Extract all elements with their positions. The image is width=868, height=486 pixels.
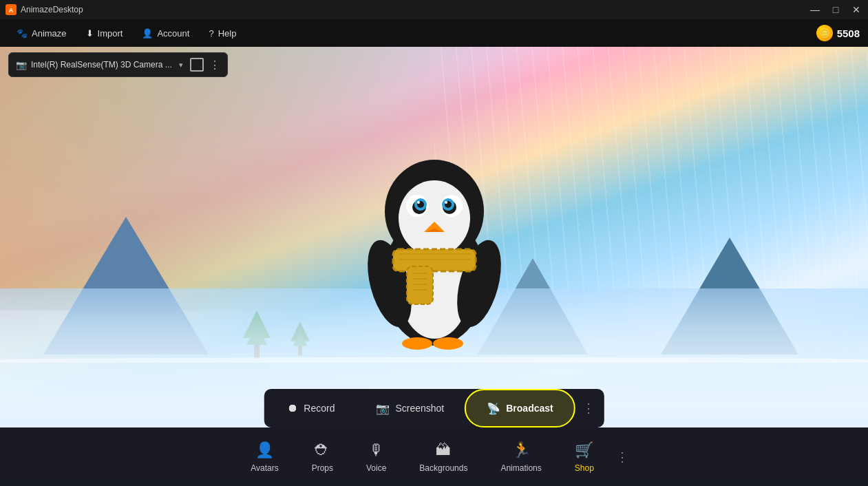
- props-label: Props: [312, 463, 333, 473]
- record-button[interactable]: ⏺ Record: [266, 389, 355, 427]
- toolbar-item-animations[interactable]: 🏃 Animations: [484, 434, 558, 480]
- camera-label: Intel(R) RealSense(TM) 3D Camera ...: [31, 60, 172, 70]
- voice-label: Voice: [366, 463, 386, 473]
- coin-icon: 🪙: [816, 25, 833, 41]
- account-icon: 👤: [142, 28, 153, 39]
- bottom-toolbar: 👤 Avatars ⛑ Props 🎙 Voice 🏔 Backgrounds …: [0, 427, 868, 486]
- toolbar-item-backgrounds[interactable]: 🏔 Backgrounds: [403, 434, 484, 480]
- record-label: Record: [304, 403, 335, 414]
- animaze-icon: 🐾: [17, 28, 28, 39]
- broadcast-button[interactable]: 📡 Broadcast: [465, 389, 575, 427]
- close-button[interactable]: ✕: [850, 3, 862, 16]
- window-controls: — □ ✕: [809, 3, 862, 16]
- menu-item-import[interactable]: ⬇ Import: [78, 24, 131, 43]
- broadcast-icon: 📡: [487, 402, 500, 415]
- record-icon: ⏺: [287, 402, 298, 414]
- menu-item-animaze[interactable]: 🐾 Animaze: [8, 24, 75, 43]
- svg-point-5: [399, 180, 470, 256]
- title-bar: A AnimazeDesktop — □ ✕: [0, 0, 868, 19]
- avatars-icon: 👤: [255, 441, 274, 459]
- screenshot-button[interactable]: 📷 Screenshot: [355, 389, 465, 427]
- minimize-button[interactable]: —: [809, 3, 821, 16]
- camera-more-button[interactable]: ⋮: [209, 59, 220, 72]
- toolbar-more-button[interactable]: ⋮: [611, 444, 634, 470]
- backgrounds-label: Backgrounds: [419, 463, 467, 473]
- svg-point-30: [402, 337, 432, 350]
- action-more-button[interactable]: ⋮: [575, 401, 602, 416]
- penguin-character: [359, 142, 510, 363]
- help-icon: ?: [209, 28, 213, 39]
- toolbar-item-props[interactable]: ⛑ Props: [295, 434, 350, 480]
- props-icon: ⛑: [315, 441, 330, 459]
- svg-rect-20: [393, 249, 476, 271]
- shop-label: Shop: [575, 463, 594, 473]
- action-bar: ⏺ Record 📷 Screenshot 📡 Broadcast ⋮: [264, 389, 604, 427]
- coins-display: 🪙 5508: [816, 25, 860, 41]
- menu-bar-left: 🐾 Animaze ⬇ Import 👤 Account ? Help: [8, 24, 244, 43]
- svg-text:A: A: [9, 7, 14, 14]
- camera-dropdown-button[interactable]: ▾: [179, 61, 183, 70]
- svg-point-10: [417, 201, 420, 204]
- menu-item-help[interactable]: ? Help: [200, 24, 244, 43]
- title-bar-left: A AnimazeDesktop: [6, 4, 83, 15]
- menu-bar: 🐾 Animaze ⬇ Import 👤 Account ? Help 🪙 55…: [0, 19, 868, 47]
- coin-value: 5508: [837, 28, 860, 39]
- title-text: AnimazeDesktop: [21, 5, 83, 14]
- avatars-label: Avatars: [251, 463, 278, 473]
- broadcast-label: Broadcast: [506, 403, 553, 414]
- svg-point-15: [445, 201, 447, 204]
- camera-icon: 📷: [16, 60, 27, 70]
- toolbar-item-voice[interactable]: 🎙 Voice: [350, 434, 403, 480]
- app-icon: A: [6, 4, 17, 15]
- maximize-button[interactable]: □: [829, 3, 842, 16]
- screenshot-icon: 📷: [376, 402, 390, 415]
- toolbar-item-shop[interactable]: 🛒 Shop: [558, 434, 611, 480]
- voice-icon: 🎙: [369, 441, 384, 459]
- shop-icon: 🛒: [575, 441, 593, 459]
- camera-bar: 📷 Intel(R) RealSense(TM) 3D Camera ... ▾…: [8, 52, 228, 77]
- backgrounds-icon: 🏔: [436, 441, 451, 459]
- svg-rect-22: [407, 266, 433, 304]
- animations-icon: 🏃: [512, 441, 531, 459]
- animations-label: Animations: [500, 463, 541, 473]
- svg-point-31: [433, 337, 463, 350]
- screenshot-label: Screenshot: [395, 403, 444, 414]
- camera-square-button[interactable]: [190, 58, 204, 72]
- import-icon: ⬇: [86, 28, 94, 39]
- menu-item-account[interactable]: 👤 Account: [134, 24, 198, 43]
- toolbar-item-avatars[interactable]: 👤 Avatars: [234, 434, 295, 480]
